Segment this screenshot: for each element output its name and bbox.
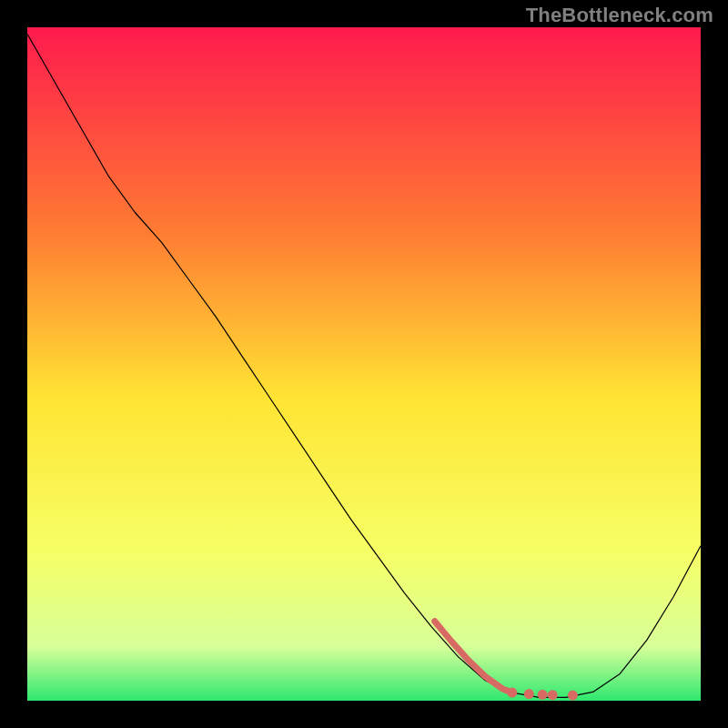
highlight-dots-point (548, 690, 558, 700)
watermark-text: TheBottleneck.com (526, 4, 713, 27)
highlight-dots-point (507, 688, 517, 698)
chart-plot-area (27, 27, 701, 701)
chart-outer: TheBottleneck.com (0, 0, 728, 728)
chart-svg (27, 27, 701, 701)
highlight-dots-point (524, 689, 534, 699)
gradient-background (27, 27, 701, 701)
highlight-dots-point (568, 691, 578, 701)
highlight-dots-point (538, 690, 548, 700)
